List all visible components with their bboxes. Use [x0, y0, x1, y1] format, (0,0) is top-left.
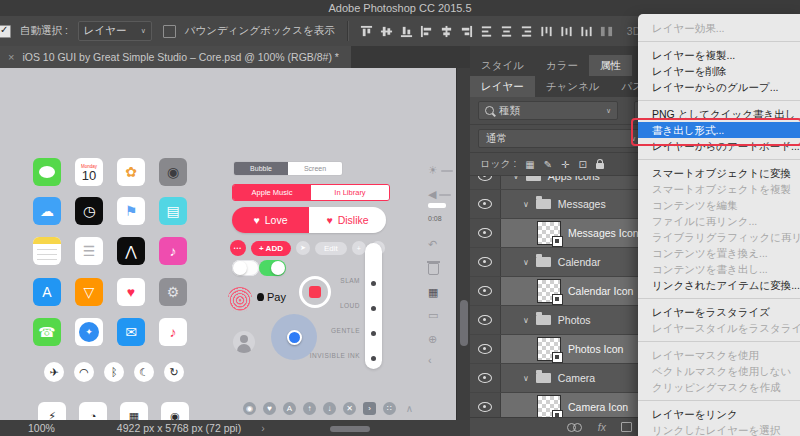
- align-vertical-centers-icon[interactable]: [380, 25, 393, 38]
- layer-mask-icon[interactable]: [621, 422, 632, 432]
- toggle-on[interactable]: [259, 260, 286, 276]
- chevron-up-icon[interactable]: ∧: [403, 402, 416, 415]
- undo-icon[interactable]: ↶: [428, 238, 437, 251]
- airplane-icon[interactable]: ✈: [44, 362, 64, 382]
- send-location-button[interactable]: ➤: [296, 241, 310, 255]
- notes-icon[interactable]: [33, 237, 61, 265]
- eye-icon[interactable]: [478, 199, 492, 209]
- app-grid-icon[interactable]: ∷: [383, 402, 396, 415]
- reminders-icon[interactable]: ☰: [75, 237, 103, 265]
- align-left-edges-icon[interactable]: [420, 25, 433, 38]
- align-horizontal-centers-icon[interactable]: [440, 25, 453, 38]
- tab-スタイル[interactable]: スタイル: [470, 55, 535, 76]
- toggle-off[interactable]: [232, 260, 259, 276]
- menu-item-10[interactable]: スマートオブジェクトに変換: [638, 165, 800, 181]
- blend-mode-dropdown[interactable]: 通常 ∨: [478, 129, 644, 148]
- vertical-scrollbar[interactable]: [456, 68, 471, 420]
- menu-item-7[interactable]: 書き出し形式...: [638, 122, 800, 138]
- camera-icon[interactable]: ◉: [243, 402, 256, 415]
- maps-icon[interactable]: ⚑: [117, 197, 145, 225]
- align-top-edges-icon[interactable]: [360, 25, 373, 38]
- layer-filter-dropdown[interactable]: 種類 ∨: [478, 101, 618, 120]
- distribute-left-edges-icon[interactable]: [540, 25, 553, 38]
- artboard-lock-icon[interactable]: ⊡: [579, 159, 587, 170]
- ibooks-icon[interactable]: ▽: [75, 278, 103, 306]
- music-icon[interactable]: ♪: [159, 318, 187, 346]
- segment-bubble[interactable]: Bubble: [234, 162, 288, 175]
- tab-カラー[interactable]: カラー: [535, 55, 589, 76]
- layer-style-fx-icon[interactable]: fx: [598, 421, 606, 433]
- visibility-cell[interactable]: [470, 190, 501, 218]
- apple-music-segment[interactable]: Apple Music In Library: [232, 184, 390, 201]
- visibility-cell[interactable]: [470, 277, 501, 305]
- status-chevron-icon[interactable]: ›: [261, 422, 265, 434]
- segment-in-library[interactable]: In Library: [311, 185, 389, 200]
- menu-item-6[interactable]: PNG としてクイック書き出し: [638, 106, 800, 122]
- transparency-lock-icon[interactable]: ▦: [525, 159, 534, 170]
- visibility-cell[interactable]: [470, 306, 501, 334]
- layer-thumbnail[interactable]: [537, 279, 561, 303]
- align-right-edges-icon[interactable]: [460, 25, 473, 38]
- visibility-cell[interactable]: [470, 364, 501, 392]
- visibility-cell[interactable]: [470, 248, 501, 276]
- bounding-box-checkbox[interactable]: [163, 25, 176, 38]
- tab-レイヤー[interactable]: レイヤー: [470, 76, 535, 97]
- flashlight-icon[interactable]: ⚡: [38, 402, 66, 420]
- rotation-lock-icon[interactable]: ↻: [164, 362, 184, 382]
- close-icon[interactable]: ✕: [343, 402, 356, 415]
- all-lock-icon[interactable]: [596, 163, 604, 169]
- health-icon[interactable]: ♥: [117, 278, 145, 306]
- canvas[interactable]: Monday10✿◉☁◷⚑▤☰⋀♪A▽♥⚙☎✦✉♪✈◠ᛒ☾↻⚡◔▦◉ Bubbl…: [0, 68, 456, 420]
- plus-button[interactable]: +: [352, 241, 366, 255]
- forward-icon[interactable]: ›: [363, 402, 376, 415]
- moon-icon[interactable]: ☾: [134, 362, 154, 382]
- menu-item-17[interactable]: リンクされたアイテムに変換...: [638, 277, 800, 293]
- mail-icon[interactable]: ✉: [117, 318, 145, 346]
- menu-item-4[interactable]: レイヤーからのグループ...: [638, 79, 800, 95]
- phone-icon[interactable]: ☎: [33, 318, 61, 346]
- effect-slider[interactable]: [365, 243, 382, 369]
- visibility-cell[interactable]: [470, 335, 501, 363]
- dislike-button[interactable]: ♥Dislike: [309, 207, 386, 233]
- chevron-down-icon[interactable]: ∨: [523, 374, 529, 383]
- menu-item-26[interactable]: レイヤーをリンク: [638, 406, 800, 422]
- camera-tool-icon[interactable]: ◉: [161, 402, 189, 420]
- weather-icon[interactable]: ☁: [33, 197, 61, 225]
- auto-select-dropdown[interactable]: レイヤー ∨: [78, 21, 152, 41]
- add-button[interactable]: + ADD: [251, 241, 291, 256]
- distribute-bottom-edges-icon[interactable]: [520, 25, 533, 38]
- document-tab[interactable]: × iOS 10 GUI by Great Simple Studio – Co…: [0, 46, 351, 68]
- love-dislike-buttons[interactable]: ♥Love ♥Dislike: [232, 207, 386, 233]
- tab-属性[interactable]: 属性: [589, 55, 632, 76]
- calculator-icon[interactable]: ▦: [120, 402, 148, 420]
- eye-icon[interactable]: [478, 402, 492, 412]
- clock-icon[interactable]: ◷: [75, 197, 103, 225]
- chevron-down-icon[interactable]: ∨: [523, 258, 529, 267]
- link-layers-icon[interactable]: [567, 423, 583, 432]
- arrow-down-icon[interactable]: ↓: [323, 402, 336, 415]
- chevron-down-icon[interactable]: ∨: [523, 316, 529, 325]
- visibility-cell[interactable]: [470, 176, 501, 190]
- love-button[interactable]: ♥Love: [232, 207, 309, 233]
- eye-icon[interactable]: [478, 286, 492, 296]
- layer-thumbnail[interactable]: [537, 221, 561, 245]
- safari-icon[interactable]: ✦: [75, 318, 103, 346]
- menu-item-8[interactable]: レイヤーからのアートボード...: [638, 138, 800, 154]
- messages-icon[interactable]: [33, 158, 61, 186]
- eye-icon[interactable]: [478, 344, 492, 354]
- photos-icon[interactable]: ✿: [117, 158, 145, 186]
- heart-icon[interactable]: ♥: [263, 402, 276, 415]
- arrow-up-icon[interactable]: ↑: [303, 402, 316, 415]
- distribute-top-edges-icon[interactable]: [480, 25, 493, 38]
- horizontal-scrollbar-thumb[interactable]: [330, 426, 370, 432]
- eye-icon[interactable]: [478, 257, 492, 267]
- eye-icon[interactable]: [478, 373, 492, 383]
- card-icon[interactable]: ▭: [428, 309, 438, 322]
- distribute-horizontal-centers-icon[interactable]: [560, 25, 573, 38]
- scrollbar-thumb[interactable]: [460, 300, 468, 346]
- auto-select-checkbox[interactable]: [0, 25, 11, 38]
- grid-icon[interactable]: ▦: [428, 286, 438, 299]
- settings-icon[interactable]: ⚙: [159, 278, 187, 306]
- menu-item-2[interactable]: レイヤーを複製...: [638, 47, 800, 63]
- align-bottom-edges-icon[interactable]: [400, 25, 413, 38]
